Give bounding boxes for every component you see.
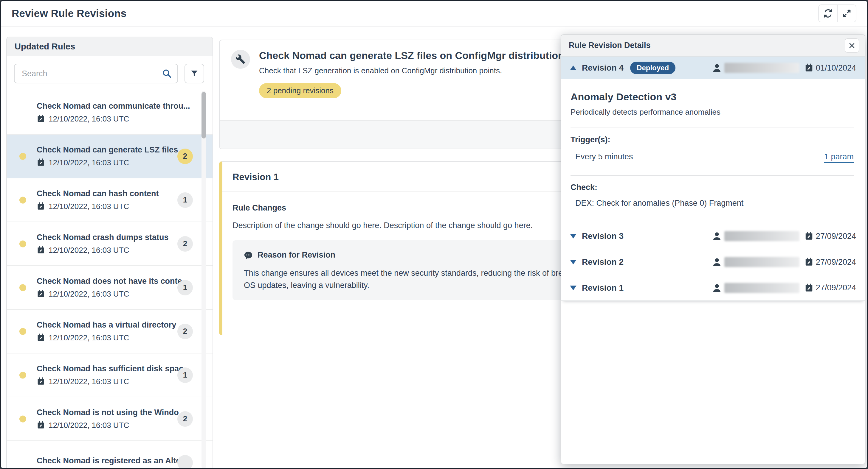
revision-date: 27/09/2024 bbox=[816, 283, 856, 293]
rule-item-date: 12/10/2022, 16:03 UTC bbox=[37, 421, 177, 430]
triggers-label: Trigger(s): bbox=[570, 135, 854, 144]
close-button[interactable] bbox=[845, 38, 859, 53]
rule-item-title: Check Nomad is registered as an Alte... bbox=[37, 456, 177, 465]
rule-item-title: Check Nomad is not using the Windo... bbox=[37, 408, 177, 417]
sidebar-title: Updated Rules bbox=[7, 37, 213, 56]
check-label: Check: bbox=[570, 183, 854, 192]
search-box bbox=[14, 64, 178, 83]
refresh-icon bbox=[823, 9, 833, 18]
pending-dot bbox=[20, 415, 26, 422]
rule-list-item-selected[interactable]: Check Nomad can generate LSZ files ... 1… bbox=[7, 135, 213, 178]
rule-item-title: Check Nomad has a virtual directory ... bbox=[37, 321, 177, 330]
expand-triangle-icon bbox=[570, 260, 577, 264]
author-cell bbox=[712, 283, 802, 293]
rule-list-item[interactable]: Check Nomad has a virtual directory ... … bbox=[7, 310, 213, 354]
rule-list: Check Nomad can communicate throu... 12/… bbox=[7, 91, 213, 469]
details-panel-header: Rule Revision Details bbox=[561, 35, 865, 57]
calendar-edit-icon bbox=[805, 258, 813, 267]
revision-label: Revision 2 bbox=[582, 257, 624, 267]
pending-dot bbox=[20, 328, 26, 335]
revision-count-badge: 2 bbox=[177, 411, 193, 427]
rule-type-avatar bbox=[231, 50, 250, 69]
calendar-edit-icon bbox=[37, 159, 45, 167]
revision-expanded-content: Anomaly Detection v3 Periodically detect… bbox=[561, 79, 865, 223]
person-icon bbox=[712, 257, 722, 267]
updated-rules-panel: Updated Rules Check Nomad can communicat… bbox=[6, 37, 213, 469]
refresh-button[interactable] bbox=[819, 5, 837, 22]
revision-row[interactable]: Revision 1 27/09/2024 bbox=[561, 275, 865, 301]
revision-count-badge: 1 bbox=[177, 367, 193, 383]
calendar-edit-icon bbox=[37, 246, 45, 254]
author-cell bbox=[712, 231, 802, 241]
revision-count-badge: 2 bbox=[177, 324, 193, 339]
rule-item-title: Check Nomad does not have its conte... bbox=[37, 277, 177, 286]
rule-list-item[interactable]: Check Nomad has sufficient disk spac... … bbox=[7, 354, 213, 397]
rule-item-date: 12/10/2022, 16:03 UTC bbox=[37, 202, 177, 211]
pending-dot bbox=[20, 372, 26, 378]
rule-revision-details-panel: Rule Revision Details Revision 4 Deploye… bbox=[561, 34, 865, 464]
revision-row[interactable]: Revision 3 27/09/2024 bbox=[561, 223, 865, 249]
rule-list-item[interactable]: Check Nomad can hash content 12/10/2022,… bbox=[7, 178, 213, 222]
calendar-edit-icon bbox=[805, 283, 813, 293]
sidebar-scrollbar[interactable] bbox=[202, 91, 206, 469]
calendar-edit-icon bbox=[37, 115, 45, 123]
expand-triangle-icon bbox=[570, 234, 577, 238]
rule-list-item[interactable]: Check Nomad does not have its conte... 1… bbox=[7, 266, 213, 310]
param-link[interactable]: 1 param bbox=[824, 152, 854, 163]
pending-dot bbox=[20, 197, 26, 203]
search-icon bbox=[162, 68, 172, 78]
divider bbox=[570, 175, 854, 176]
revision-date: 27/09/2024 bbox=[816, 258, 856, 267]
search-input[interactable] bbox=[14, 64, 178, 83]
date-cell: 27/09/2024 bbox=[802, 232, 856, 241]
revision-count-badge: 1 bbox=[177, 192, 193, 208]
revision-label: Revision 1 bbox=[582, 283, 624, 293]
rule-item-date: 12/10/2022, 16:03 UTC bbox=[37, 290, 177, 299]
revision-label: Revision 3 bbox=[582, 231, 624, 241]
rule-list-item[interactable]: Check Nomad is not using the Windo... 12… bbox=[7, 397, 213, 441]
calendar-edit-icon bbox=[805, 63, 813, 72]
top-bar: Review Rule Revisions bbox=[1, 1, 867, 27]
calendar-edit-icon bbox=[37, 202, 45, 210]
revision-rule-description: Periodically detects performance anomali… bbox=[570, 107, 854, 117]
revision-count-badge bbox=[177, 455, 193, 469]
revision-row[interactable]: Revision 2 27/09/2024 bbox=[561, 249, 865, 275]
topbar-actions bbox=[818, 4, 857, 22]
pending-dot bbox=[20, 284, 26, 291]
author-cell bbox=[712, 63, 802, 73]
revision-label: Revision 4 bbox=[582, 63, 624, 73]
redacted-author-name bbox=[724, 257, 800, 267]
page-title: Review Rule Revisions bbox=[11, 7, 126, 19]
redacted-author-name bbox=[724, 63, 800, 73]
rule-list-item[interactable]: Check Nomad crash dumps status 12/10/202… bbox=[7, 222, 213, 266]
comment-icon bbox=[244, 251, 253, 260]
rule-item-date: 12/10/2022, 16:03 UTC bbox=[37, 333, 177, 342]
sidebar-scrollbar-thumb[interactable] bbox=[202, 92, 206, 138]
date-cell: 27/09/2024 bbox=[802, 283, 856, 293]
pending-dot bbox=[20, 153, 26, 160]
redacted-author-name bbox=[724, 283, 800, 293]
deployed-status-badge: Deployed bbox=[630, 62, 676, 74]
revision-date: 01/10/2024 bbox=[816, 63, 856, 73]
filter-button[interactable] bbox=[185, 64, 204, 83]
expand-button[interactable] bbox=[837, 5, 856, 22]
trigger-row: Every 5 minutes 1 param bbox=[570, 152, 854, 163]
rule-list-item[interactable]: Check Nomad is registered as an Alte... bbox=[7, 441, 213, 469]
check-value: DEX: Check for anomalies (Phase 0) Fragm… bbox=[570, 199, 854, 208]
rule-item-title: Check Nomad crash dumps status bbox=[37, 233, 177, 242]
rule-list-item[interactable]: Check Nomad can communicate throu... 12/… bbox=[7, 91, 213, 135]
search-row bbox=[7, 56, 213, 91]
wrench-icon bbox=[236, 54, 246, 64]
rule-head-text: Check Nomad can generate LSZ files on Co… bbox=[259, 50, 597, 98]
calendar-edit-icon bbox=[37, 377, 45, 386]
revision-count-badge: 1 bbox=[177, 280, 193, 295]
reason-for-revision-heading: Reason for Revision bbox=[257, 250, 335, 260]
rule-title: Check Nomad can generate LSZ files on Co… bbox=[259, 50, 597, 61]
calendar-edit-icon bbox=[37, 421, 45, 429]
app-window: Review Rule Revisions Up bbox=[0, 0, 868, 469]
revision-count-badge: 2 bbox=[177, 148, 193, 164]
rule-item-date: 12/10/2022, 16:03 UTC bbox=[37, 158, 177, 167]
author-cell bbox=[712, 257, 802, 267]
funnel-icon bbox=[190, 69, 198, 78]
revision-row-expanded[interactable]: Revision 4 Deployed 01/10/2024 bbox=[561, 57, 865, 79]
